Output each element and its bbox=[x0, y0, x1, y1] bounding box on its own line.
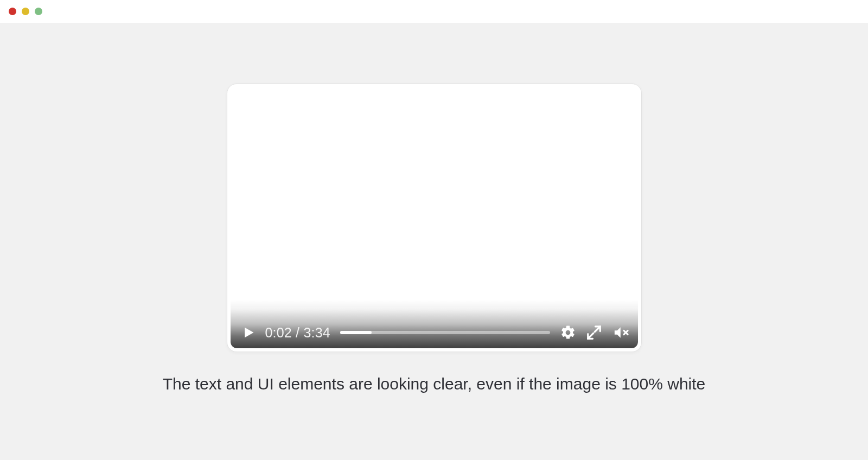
fullscreen-button[interactable] bbox=[586, 324, 602, 341]
video-player: 0:02 / 3:34 bbox=[227, 84, 642, 352]
video-controls-gradient: 0:02 / 3:34 bbox=[231, 299, 638, 348]
gear-icon bbox=[560, 324, 576, 341]
maximize-window-button[interactable] bbox=[35, 8, 42, 15]
minimize-window-button[interactable] bbox=[22, 8, 29, 15]
video-progress-fill bbox=[340, 331, 372, 334]
volume-muted-icon bbox=[612, 324, 630, 341]
play-button[interactable] bbox=[240, 325, 256, 340]
video-canvas[interactable]: 0:02 / 3:34 bbox=[231, 87, 638, 348]
video-controls-bar: 0:02 / 3:34 bbox=[231, 319, 638, 348]
mute-button[interactable] bbox=[612, 324, 630, 341]
video-duration: 3:34 bbox=[303, 325, 330, 340]
video-current-time: 0:02 bbox=[265, 325, 292, 340]
video-time-display: 0:02 / 3:34 bbox=[265, 325, 330, 341]
fullscreen-icon bbox=[586, 324, 602, 341]
caption-text: The text and UI elements are looking cle… bbox=[163, 375, 706, 393]
play-icon bbox=[240, 325, 256, 340]
video-time-separator: / bbox=[292, 325, 303, 340]
video-progress-track[interactable] bbox=[340, 331, 550, 334]
window-titlebar bbox=[0, 0, 868, 23]
close-window-button[interactable] bbox=[9, 8, 16, 15]
page-content: 0:02 / 3:34 bbox=[0, 23, 868, 460]
settings-button[interactable] bbox=[560, 324, 576, 341]
